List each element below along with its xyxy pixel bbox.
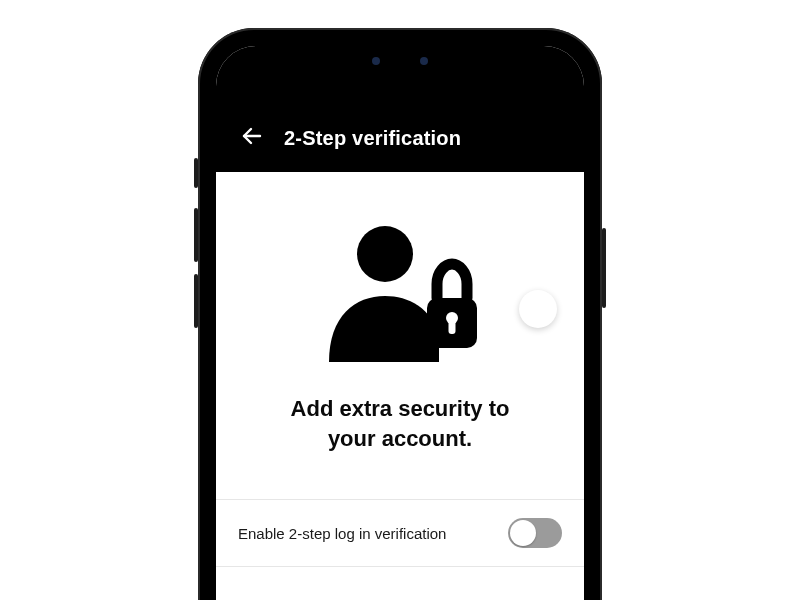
heading-line: Add extra security to [291,396,510,421]
heading-line: your account. [328,426,472,451]
phone-screen: 2-Step verification [216,46,584,600]
phone-notch [305,46,495,76]
heading-text: Add extra security to your account. [216,394,584,453]
toggle-knob [510,520,536,546]
phone-side-button [194,274,198,328]
back-button[interactable] [238,122,266,150]
phone-side-button [194,208,198,262]
phone-side-button [194,158,198,188]
enable-2step-toggle[interactable] [508,518,562,548]
svg-point-1 [357,226,413,282]
phone-side-button [602,228,606,308]
phone-frame: 2-Step verification [198,28,602,600]
content-area: Add extra security to your account. Enab… [216,172,584,567]
svg-rect-4 [449,320,456,334]
loading-indicator [519,290,557,328]
arrow-left-icon [240,124,264,148]
enable-2step-row[interactable]: Enable 2-step log in verification [216,500,584,567]
page-title: 2-Step verification [284,127,461,150]
user-lock-icon [315,212,485,366]
toggle-label: Enable 2-step log in verification [238,525,446,542]
